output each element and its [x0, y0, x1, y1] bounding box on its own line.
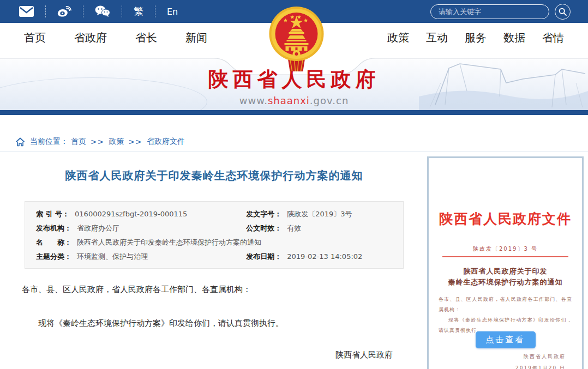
official-document-preview: 陕西省人民政府文件 陕政发〔2019〕3 号 陕西省人民政府关于印发 秦岭生态环…: [427, 156, 584, 369]
meta-topic: 主题分类： 环境监测、保护与治理: [36, 250, 246, 264]
mail-icon[interactable]: [8, 5, 45, 18]
meta-validity: 公文时效： 有效: [246, 221, 392, 235]
meta-agency-label: 发布机构：: [36, 221, 71, 235]
nav-item-data[interactable]: 数据: [503, 31, 525, 45]
main-area: 陕西省人民政府关于印发秦岭生态环境保护行动方案的通知 索 引 号： 016000…: [0, 152, 588, 369]
breadcrumb-policy[interactable]: 政策: [109, 137, 124, 147]
meta-validity-label: 公文时效：: [246, 221, 281, 235]
preview-doc-title: 陕西省人民政府关于印发 秦岭生态环境保护行动方案的通知: [429, 266, 582, 288]
home-icon[interactable]: [15, 137, 25, 147]
meta-doc-number-value: 陕政发〔2019〕3号: [287, 207, 352, 221]
breadcrumb-provincial-documents[interactable]: 省政府文件: [147, 137, 185, 147]
breadcrumb: 当前位置： 首页 >> 政策 >> 省政府文件: [0, 132, 588, 152]
signature-name: 陕西省人民政府: [16, 350, 393, 360]
preview-doc-signature: 陕西省人民政府 2019年1月20 日: [429, 351, 566, 369]
search-area: [430, 4, 580, 20]
meta-validity-value: 有效: [287, 221, 301, 235]
weibo-icon[interactable]: [46, 5, 83, 18]
meta-pub-date-value: 2019-02-13 14:05:02: [287, 250, 362, 264]
nav-item-governor[interactable]: 省长: [135, 31, 157, 45]
article-signature: 陕西省人民政府 2019年1月20日: [16, 350, 393, 369]
meta-row: 发布机构： 省政府办公厅 公文时效： 有效: [36, 221, 392, 235]
meta-row: 名 称： 陕西省人民政府关于印发秦岭生态环境保护行动方案的通知: [36, 235, 392, 250]
breadcrumb-home[interactable]: 首页: [71, 137, 86, 147]
preview-red-rule: [442, 256, 568, 257]
url-suffix: .gov.cn: [310, 95, 349, 106]
wechat-icon[interactable]: [83, 5, 122, 18]
breadcrumb-prefix: 当前位置：: [30, 137, 68, 147]
banner-bottom-rule: [0, 110, 588, 115]
document-preview-sidebar: 陕西省人民政府文件 陕政发〔2019〕3 号 陕西省人民政府关于印发 秦岭生态环…: [420, 152, 588, 369]
nav-item-services[interactable]: 服务: [465, 31, 487, 45]
meta-doc-number: 发文字号： 陕政发〔2019〕3号: [246, 207, 392, 221]
search-input[interactable]: [430, 4, 549, 19]
article-title: 陕西省人民政府关于印发秦岭生态环境保护行动方案的通知: [16, 168, 412, 183]
preview-doc-sign-name: 陕西省人民政府: [429, 351, 566, 363]
meta-index: 索 引 号： 016000291szfbgt-2019-000115: [36, 207, 246, 221]
document-meta-table: 索 引 号： 016000291szfbgt-2019-000115 发文字号：…: [25, 201, 404, 269]
meta-topic-value: 环境监测、保护与治理: [77, 250, 148, 264]
url-prefix: www.: [239, 95, 268, 106]
nav-item-news[interactable]: 新闻: [185, 31, 207, 45]
national-emblem: [266, 5, 327, 74]
search-button[interactable]: [555, 4, 571, 20]
search-icon: [559, 8, 567, 16]
preview-doc-sign-date: 2019年1月20 日: [429, 362, 566, 369]
meta-name-value: 陕西省人民政府关于印发秦岭生态环境保护行动方案的通知: [77, 235, 261, 250]
article-paragraph-salutation: 各市、县、区人民政府，省人民政府各工作部门、各直属机构：: [22, 283, 401, 297]
preview-doc-header: 陕西省人民政府文件: [429, 210, 582, 228]
meta-row: 索 引 号： 016000291szfbgt-2019-000115 发文字号：…: [36, 207, 392, 221]
preview-doc-number: 陕政发〔2019〕3 号: [429, 245, 582, 253]
breadcrumb-separator: >>: [91, 137, 104, 146]
nav-right-group: 政策 互动 服务 数据 省情: [387, 31, 564, 45]
meta-pub-date-label: 发布日期：: [246, 250, 281, 264]
meta-agency-value: 省政府办公厅: [77, 221, 119, 235]
meta-index-label: 索 引 号：: [36, 207, 69, 221]
article-body: 各市、县、区人民政府，省人民政府各工作部门、各直属机构： 现将《秦岭生态环境保护…: [22, 283, 401, 330]
preview-doc-body-line1: 各市、县、区人民政府，省人民政府各工作部门、各直属机构：: [439, 294, 572, 315]
breadcrumb-separator: >>: [128, 137, 142, 146]
preview-doc-body: 各市、县、区人民政府，省人民政府各工作部门、各直属机构： 现将《秦岭生态环境保护…: [439, 294, 572, 336]
preview-doc-title-line1: 陕西省人民政府关于印发: [429, 266, 582, 277]
article-paragraph-main: 现将《秦岭生态环境保护行动方案》印发给你们，请认真贯彻执行。: [22, 317, 401, 331]
meta-index-value: 016000291szfbgt-2019-000115: [75, 207, 187, 221]
nav-item-provincial-government[interactable]: 省政府: [74, 31, 107, 45]
url-highlight: shaanxi: [268, 95, 310, 106]
nav-left-group: 首页 省政府 省长 新闻: [24, 31, 207, 45]
meta-doc-number-label: 发文字号：: [246, 207, 281, 221]
meta-name-label: 名 称：: [36, 235, 71, 250]
english-toggle[interactable]: En: [155, 5, 189, 18]
nav-item-interaction[interactable]: 互动: [426, 31, 448, 45]
site-url: www.shaanxi.gov.cn: [0, 95, 588, 106]
nav-item-policy[interactable]: 政策: [387, 31, 409, 45]
meta-pub-date: 发布日期： 2019-02-13 14:05:02: [246, 250, 392, 264]
article-content: 陕西省人民政府关于印发秦岭生态环境保护行动方案的通知 索 引 号： 016000…: [0, 152, 420, 369]
meta-row: 主题分类： 环境监测、保护与治理 发布日期： 2019-02-13 14:05:…: [36, 250, 392, 264]
preview-doc-title-line2: 秦岭生态环境保护行动方案的通知: [429, 277, 582, 288]
traditional-chinese-toggle[interactable]: 繁: [122, 5, 155, 18]
view-document-button[interactable]: 点击查看: [476, 331, 536, 348]
meta-topic-label: 主题分类：: [36, 250, 71, 264]
meta-name: 名 称： 陕西省人民政府关于印发秦岭生态环境保护行动方案的通知: [36, 235, 392, 250]
nav-item-province-profile[interactable]: 省情: [542, 31, 564, 45]
page: 繁 En 首页 省政府 省长 新闻 政策 互动 服务 数据 省情: [0, 0, 588, 369]
meta-agency: 发布机构： 省政府办公厅: [36, 221, 246, 235]
nav-item-home[interactable]: 首页: [24, 31, 46, 45]
